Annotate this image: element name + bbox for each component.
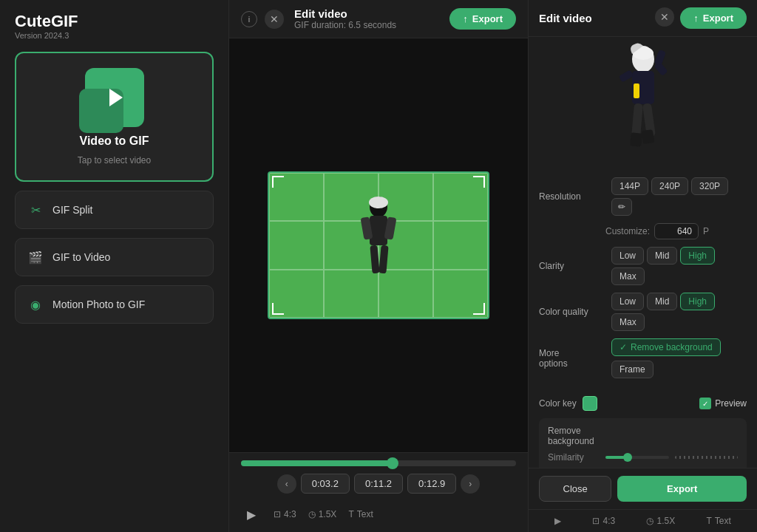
motion-photo-icon: ◉	[27, 296, 44, 313]
resolution-btn-group: 144P 240P 320P ✏	[611, 177, 747, 216]
video-preview-area	[229, 38, 528, 452]
right-text-label: Text	[715, 516, 731, 526]
video-to-gif-card[interactable]: Video to GIF Tap to select video	[15, 52, 214, 182]
res-pencil-btn[interactable]: ✏	[611, 198, 632, 216]
svg-rect-4	[370, 245, 379, 274]
remove-background-toggle[interactable]: ✓ Remove background	[611, 338, 721, 356]
color-quality-label: Color quality	[539, 307, 605, 317]
speed-icon: ◷	[308, 509, 316, 519]
right-close-button[interactable]: ✕	[655, 7, 674, 27]
speed-value: 1.5X	[319, 509, 337, 519]
app-version: Version 2024.3	[15, 31, 214, 40]
next-button[interactable]: ›	[461, 474, 480, 494]
right-aspect-control[interactable]: ⊡ 4:3	[592, 516, 615, 526]
color-key-label: Color key	[539, 398, 577, 409]
cq-high[interactable]: High	[680, 293, 715, 310]
timeline-bar[interactable]	[241, 460, 516, 466]
export-label: Export	[472, 13, 503, 24]
remove-bg-section: Remove background Similarity Blend	[539, 418, 747, 468]
similarity-label: Similarity	[548, 452, 600, 463]
export-button[interactable]: ↑ Export	[449, 8, 516, 30]
resolution-row: Resolution 144P 240P 320P ✏	[539, 177, 747, 216]
customize-unit: P	[703, 226, 709, 236]
grid-cell	[269, 221, 324, 269]
right-panel: Edit video ✕ ↑ Export	[528, 0, 757, 532]
play-icon-wrap	[85, 68, 144, 127]
video-to-gif-subtitle: Tap to select video	[78, 155, 151, 166]
info-icon[interactable]: i	[241, 11, 257, 27]
right-export-icon: ↑	[693, 13, 699, 24]
clarity-high[interactable]: High	[680, 247, 715, 265]
similarity-slider[interactable]	[605, 456, 669, 459]
panel-subtitle: GIF duration: 6.5 seconds	[294, 20, 396, 30]
similarity-row: Similarity	[548, 452, 738, 463]
color-swatch[interactable]	[583, 396, 597, 411]
prev-button[interactable]: ‹	[277, 474, 296, 494]
video-frame[interactable]	[268, 171, 489, 319]
corner-br	[473, 303, 485, 315]
export-icon: ↑	[463, 13, 468, 24]
res-144p[interactable]: 144P	[611, 177, 648, 195]
sidebar-item-label: GIF to Video	[52, 251, 110, 263]
res-240p[interactable]: 240P	[651, 177, 688, 195]
app-name: CuteGIF	[15, 12, 214, 31]
right-play-control[interactable]: ▶	[554, 516, 561, 526]
sidebar-item-gif-to-video[interactable]: 🎬 GIF to Video	[15, 238, 214, 276]
preview-toggle[interactable]: ✓ Preview	[699, 398, 747, 409]
customize-input[interactable]	[654, 223, 699, 239]
more-options-text: More	[539, 348, 559, 358]
gif-split-icon: ✂	[27, 202, 44, 218]
svg-rect-5	[378, 245, 388, 274]
more-options-text2: options	[539, 358, 568, 369]
more-options-row: More options ✓ Remove background Frame	[539, 338, 747, 378]
right-text-icon: T	[706, 516, 711, 526]
footer-close-button[interactable]: Close	[539, 476, 611, 502]
sidebar-item-label: Motion Photo to GIF	[52, 299, 145, 310]
right-speed-control[interactable]: ◷ 1.5X	[646, 516, 675, 526]
right-bottom-bar: ▶ ⊡ 4:3 ◷ 1.5X T Text	[529, 509, 757, 532]
right-play-icon: ▶	[554, 516, 561, 526]
timestamp-end[interactable]: 0:12.9	[407, 474, 456, 494]
footer-export-button[interactable]: Export	[617, 476, 747, 502]
right-text-control[interactable]: T Text	[706, 516, 730, 526]
svg-rect-13	[654, 49, 665, 65]
timeline-handle[interactable]	[387, 457, 398, 469]
res-320p[interactable]: 320P	[691, 177, 728, 195]
cq-low[interactable]: Low	[611, 293, 644, 310]
sidebar-item-motion-photo[interactable]: ◉ Motion Photo to GIF	[15, 285, 214, 324]
text-label: Text	[357, 509, 373, 519]
clarity-max[interactable]: Max	[611, 267, 645, 285]
preview-checkbox[interactable]: ✓	[699, 398, 711, 409]
close-button[interactable]: ✕	[265, 10, 284, 29]
clarity-mid[interactable]: Mid	[647, 247, 677, 265]
bottom-controls: ▶ ⊡ 4:3 ◷ 1.5X T Text	[241, 499, 516, 525]
similarity-fill	[605, 456, 625, 459]
cq-mid[interactable]: Mid	[647, 293, 677, 310]
corner-bl	[272, 303, 284, 315]
svg-point-6	[369, 197, 388, 208]
right-export-button[interactable]: ↑ Export	[680, 7, 747, 29]
speed-control[interactable]: ◷ 1.5X	[308, 509, 337, 519]
cq-max[interactable]: Max	[611, 313, 645, 331]
clarity-btn-group: Low Mid High Max	[611, 247, 747, 285]
timestamp-start[interactable]: 0:03.2	[301, 474, 350, 494]
text-control[interactable]: T Text	[348, 509, 373, 519]
sidebar-item-gif-split[interactable]: ✂ GIF Split	[15, 191, 214, 229]
play-button[interactable]: ▶	[241, 504, 262, 525]
aspect-ratio-control[interactable]: ⊡ 4:3	[274, 509, 296, 519]
remove-bg-title: Remove background	[548, 426, 738, 446]
frame-toggle[interactable]: Frame	[611, 361, 654, 378]
corner-tr	[473, 176, 485, 188]
svg-rect-1	[370, 216, 387, 245]
right-aspect-value: 4:3	[602, 516, 615, 526]
color-quality-btn-group: Low Mid High Max	[611, 293, 747, 331]
timestamp-mid[interactable]: 0:11.2	[354, 474, 403, 494]
color-quality-row: Color quality Low Mid High Max	[539, 293, 747, 331]
similarity-thumb[interactable]	[623, 453, 632, 462]
svg-rect-17	[641, 129, 654, 144]
customize-label: Customize:	[605, 226, 650, 236]
clarity-low[interactable]: Low	[611, 247, 644, 265]
aspect-value: 4:3	[284, 509, 296, 519]
color-key-row: Color key ✓ Preview	[539, 396, 747, 411]
svg-rect-16	[630, 132, 642, 146]
